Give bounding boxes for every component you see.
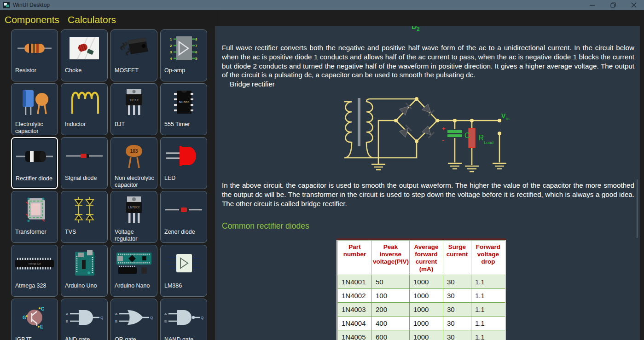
table-header-cell: Part number	[338, 241, 372, 275]
sidebar-item-lm386[interactable]: LM386	[160, 245, 207, 297]
component-detail-pane: D2 Full wave rectifier converts both the…	[215, 26, 640, 340]
content-scrollbar-thumb[interactable]	[637, 179, 638, 238]
non-electrolytic-capacitor-icon: 103	[111, 140, 157, 172]
restore-button[interactable]	[603, 0, 623, 10]
sidebar-item-op-amp[interactable]: 12348765 Op-amp	[160, 29, 207, 81]
sidebar-item-nand-gate[interactable]: ABQ NAND gate	[160, 299, 207, 340]
sidebar-item-electrolytic-capacitor[interactable]: Electrolytic capacitor	[11, 83, 58, 135]
table-header-cell: Forward voltage drop	[471, 241, 505, 275]
component-card-label: Electrolytic capacitor	[15, 121, 56, 135]
sidebar-item-atmega-328[interactable]: Atmega 328 Atmega 328	[11, 245, 58, 297]
svg-text:Q: Q	[201, 316, 203, 320]
table-cell: 1.1	[471, 275, 505, 288]
electrolytic-capacitor-icon	[12, 86, 58, 118]
sidebar-item-choke[interactable]: Choke	[61, 29, 108, 81]
svg-text:3: 3	[170, 50, 172, 54]
table-cell: 1N4005	[338, 330, 372, 340]
timer-555-icon: NE555	[161, 86, 207, 118]
table-header-cell: Surge current	[443, 241, 471, 275]
table-cell: 1N4001	[338, 275, 372, 288]
table-cell: 200	[372, 302, 410, 316]
table-row: 1N40032001000301.1	[338, 302, 505, 316]
voltage-regulator-icon: LM78XX	[111, 194, 157, 226]
sidebar-item-transformer[interactable]: Transformer	[11, 191, 58, 243]
svg-text:LM78XX: LM78XX	[128, 206, 140, 209]
table-header-row: Part numberPeak inverse voltage(PIV)Aver…	[338, 241, 505, 275]
sidebar-item-or-gate[interactable]: ABQ OR gate	[110, 299, 157, 340]
rectifier-diode-icon	[12, 140, 57, 173]
component-card-label: SIgnal diode	[65, 175, 106, 182]
smoothing-paragraph: In the above circuit. the capacitor is u…	[222, 181, 634, 208]
svg-text:7: 7	[195, 44, 197, 48]
sidebar-item-tvs[interactable]: TVS	[61, 191, 108, 243]
sidebar-item-and-gate[interactable]: ABQ AND gate	[61, 299, 108, 340]
component-card-label: Rectifier diode	[16, 175, 56, 182]
rectifier-diodes-table: Part numberPeak inverse voltage(PIV)Aver…	[337, 238, 506, 340]
svg-text:2: 2	[170, 44, 172, 48]
svg-text:NE555: NE555	[179, 100, 190, 104]
sidebar-item-zener-diode[interactable]: Zener diode	[160, 191, 207, 243]
svg-text:G: G	[23, 315, 26, 320]
sidebar-item-inductor[interactable]: Inductor	[61, 83, 108, 135]
tab-calculators[interactable]: Calculators	[68, 15, 116, 24]
table-cell: 600	[372, 330, 410, 340]
component-card-label: Resistor	[15, 67, 56, 74]
svg-text:A: A	[66, 312, 69, 316]
sidebar-item-signal-diode[interactable]: SIgnal diode	[61, 137, 108, 189]
capacitor-label: C	[464, 131, 470, 140]
sidebar-item-555-timer[interactable]: NE555 555 Timer	[160, 83, 207, 135]
table-cell: 30	[443, 302, 471, 316]
table-cell: 1000	[410, 302, 443, 316]
sidebar-item-led[interactable]: LED	[160, 137, 207, 189]
table-row: 1N4001501000301.1	[338, 275, 505, 288]
table-cell: 1.1	[471, 330, 505, 340]
svg-text:1: 1	[170, 37, 172, 41]
sidebar-item-non-electrolytic-capacitor[interactable]: 103 Non electrolytic capacitor	[110, 137, 157, 189]
component-card-label: IGBJT	[15, 336, 56, 340]
component-card-label: Inductor	[65, 121, 106, 128]
zener-diode-icon	[161, 194, 207, 226]
table-cell: 1000	[410, 330, 443, 340]
component-card-label: MOSFET	[115, 67, 156, 74]
minimize-button[interactable]	[582, 0, 603, 10]
sidebar-item-arduino-nano[interactable]: Arduino Nano	[110, 245, 157, 297]
close-button[interactable]	[623, 0, 644, 10]
svg-text:4: 4	[170, 57, 172, 61]
table-cell: 100	[372, 288, 410, 302]
component-card-label: Arduino Uno	[65, 282, 106, 289]
arduino-uno-icon	[61, 248, 107, 280]
sidebar-item-rectifier-diode[interactable]: Rectifier diode	[11, 137, 58, 189]
choke-icon	[61, 32, 107, 64]
arduino-nano-icon	[111, 248, 157, 280]
table-cell: 30	[443, 330, 471, 340]
load-resistor-label: R	[478, 133, 484, 142]
vin-sub: in	[506, 116, 510, 121]
sidebar-item-mosfet[interactable]: MOSFET	[110, 29, 157, 81]
component-card-label: TVS	[65, 229, 106, 236]
load-resistor-sub: Load	[484, 140, 493, 145]
table-cell: 1000	[410, 288, 443, 302]
tvs-icon	[61, 194, 107, 226]
sidebar-item-igbjt[interactable]: CGE IGBJT	[11, 299, 58, 340]
sidebar-item-resistor[interactable]: Resistor	[11, 29, 58, 81]
tab-components[interactable]: Components	[5, 15, 59, 24]
table-header-cell: Average forward current (mA)	[410, 241, 443, 275]
table-row: 1N40021001000301.1	[338, 288, 505, 302]
transformer-core	[358, 98, 360, 146]
component-card-label: AND gate	[65, 336, 106, 340]
sidebar-item-arduino-uno[interactable]: Arduino Uno	[61, 245, 108, 297]
window-controls	[582, 0, 644, 10]
table-cell: 30	[443, 316, 471, 330]
component-card-label: LED	[164, 175, 205, 182]
svg-text:A: A	[115, 312, 118, 316]
table-cell: 1N4003	[338, 302, 372, 316]
sidebar-item-voltage-regulator[interactable]: LM78XX Voltage regulator	[110, 191, 157, 243]
signal-diode-icon	[61, 140, 107, 172]
table-cell: 30	[443, 288, 471, 302]
component-card-label: Voltage regulator	[115, 229, 156, 242]
bjt-icon: TIPXX	[111, 86, 157, 118]
opamp-icon: 12348765	[161, 32, 207, 64]
svg-text:A: A	[164, 312, 167, 316]
sidebar-item-bjt[interactable]: TIPXX BJT	[110, 83, 157, 135]
pivot-tabbar: Components Calculators	[0, 10, 220, 29]
